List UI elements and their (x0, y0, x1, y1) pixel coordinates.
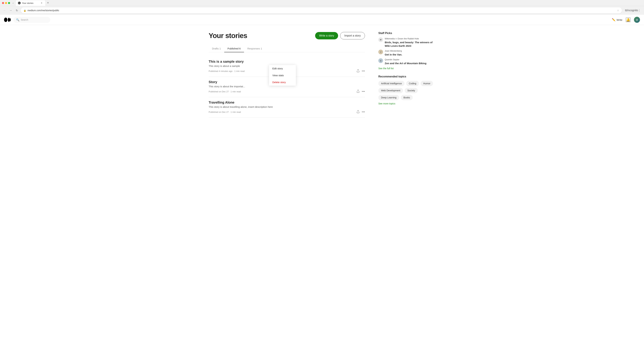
svg-rect-2 (18, 3, 19, 3)
medium-header: 🔍 Search ✏️ Write 🔔 U (0, 15, 644, 25)
svg-point-4 (4, 17, 8, 22)
tab-back-btn[interactable]: ‹ (11, 1, 16, 5)
staff-pick-publication-1[interactable]: Down the Rabbit Hole (398, 37, 419, 40)
staff-pick-meta-2: Joan Westenberg (385, 50, 402, 52)
story-meta-2: Published on Dec 27 · 1 min read ••• (209, 89, 365, 94)
topic-coding[interactable]: Coding (406, 81, 419, 86)
header-right: ✏️ Write 🔔 U (612, 17, 640, 23)
topic-web-development[interactable]: Web Development (378, 88, 403, 93)
incognito-btn[interactable]: Incognito (630, 8, 635, 13)
url-bar[interactable]: 🔒 ☆ (21, 7, 622, 13)
active-tab[interactable]: Your stories ✕ (16, 0, 46, 6)
browser-window: ‹ Your stories ✕ + ← → ↻ 🔒 ☆ ⧉ Incognito… (0, 0, 644, 15)
staff-pick-title-2[interactable]: Get in the Van. (385, 53, 402, 56)
story-subtitle-3: This story is about travelling alone, in… (209, 105, 365, 108)
staff-pick-title-1[interactable]: Birds, bugs, and beauty: The winners of … (385, 40, 435, 48)
topic-humor[interactable]: Humor (420, 81, 433, 86)
svg-point-3 (20, 3, 20, 3)
browser-toolbar: ← → ↻ 🔒 ☆ ⧉ Incognito ⋮ (0, 6, 644, 15)
story-meta-3: Published on Dec 27 · 1 min read ••• (209, 110, 365, 114)
tab-responses[interactable]: Responses 1 (244, 45, 266, 52)
staff-pick-author-3[interactable]: Quentin Septer (385, 58, 399, 61)
story-more-btn-3[interactable]: ••• (362, 110, 365, 114)
story-share-btn-3[interactable] (356, 110, 360, 114)
story-meta-actions-1: ••• (356, 69, 365, 73)
delete-story-menu-item[interactable]: Delete story (269, 79, 296, 86)
topic-books[interactable]: Books (401, 95, 413, 100)
window-maximize-btn[interactable] (8, 2, 10, 4)
topic-deep-learning[interactable]: Deep Learning (378, 95, 399, 100)
user-avatar[interactable]: U (634, 17, 640, 23)
story-meta-text-2: Published on Dec 27 · 1 min read (209, 90, 241, 93)
window-close-btn[interactable] (2, 2, 4, 4)
topic-artificial-intelligence[interactable]: Artificial Intelligence (378, 81, 404, 86)
story-item-3: Travelling Alone This story is about tra… (209, 97, 365, 118)
reload-btn[interactable]: ↻ (14, 8, 20, 13)
staff-pick-author-1[interactable]: Wikimedia (385, 37, 395, 40)
import-story-btn[interactable]: Import a story (340, 32, 365, 39)
write-link[interactable]: ✏️ Write (612, 18, 622, 22)
tab-bar: ‹ Your stories ✕ + (0, 0, 644, 6)
tab-title: Your stories (22, 2, 39, 4)
staff-pick-author-2[interactable]: Joan Westenberg (385, 50, 402, 52)
recommended-topics-section: Recommended topics Artificial Intelligen… (378, 75, 435, 105)
new-tab-btn[interactable]: + (46, 1, 50, 5)
story-more-btn-2[interactable]: ••• (362, 90, 365, 93)
story-share-btn-2[interactable] (356, 89, 360, 94)
view-stats-menu-item[interactable]: View stats (269, 72, 296, 79)
story-title-1[interactable]: This is a sample story (209, 60, 365, 63)
svg-point-6 (10, 18, 11, 21)
bookmark-icon[interactable]: ☆ (617, 9, 619, 12)
tab-close-btn[interactable]: ✕ (40, 1, 43, 4)
staff-pick-avatar-3: Q (378, 58, 383, 63)
more-btn[interactable]: ⋮ (636, 8, 642, 13)
story-share-btn-1[interactable] (356, 69, 360, 73)
staff-pick-avatar-1: W (378, 37, 383, 42)
url-input[interactable] (28, 9, 616, 12)
page-actions: Write a story Import a story (315, 32, 365, 39)
forward-btn[interactable]: → (8, 8, 14, 13)
content-area: Your stories Write a story Import a stor… (209, 32, 365, 118)
notification-btn[interactable]: 🔔 (626, 17, 630, 22)
staff-pick-avatar-2: J (378, 50, 383, 54)
write-label: Write (616, 18, 622, 21)
story-title-3[interactable]: Travelling Alone (209, 100, 365, 104)
story-meta-actions-2: ••• (356, 89, 365, 94)
medium-logo[interactable] (4, 17, 11, 22)
see-more-topics-link[interactable]: See more topics (378, 102, 435, 105)
page-title: Your stories (209, 32, 247, 40)
staff-picks-section: Staff Picks W Wikimedia in Down the Rabb… (378, 32, 435, 70)
staff-pick-content-3: Quentin Septer Zen and the Art of Mounta… (385, 58, 426, 65)
staff-pick-avatar-text-1: W (380, 39, 381, 41)
window-minimize-btn[interactable] (5, 2, 7, 4)
story-meta-text-1: Published 4 minutes ago · 1 min read (209, 70, 245, 72)
see-full-list-link[interactable]: See the full list (378, 67, 435, 70)
main-layout: Your stories Write a story Import a stor… (204, 25, 440, 124)
nav-buttons: ← → ↻ (2, 8, 20, 13)
staff-pick-meta-1: Wikimedia in Down the Rabbit Hole (385, 37, 435, 40)
tab-drafts[interactable]: Drafts 1 (209, 45, 224, 52)
tab-published[interactable]: Published 6 (224, 45, 244, 52)
staff-pick-in-1: in (396, 37, 398, 40)
back-btn[interactable]: ← (2, 8, 8, 13)
page-header: Your stories Write a story Import a stor… (209, 32, 365, 40)
search-icon: 🔍 (16, 18, 20, 21)
tab-favicon (18, 2, 21, 4)
staff-pick-avatar-text-2: J (380, 51, 381, 53)
search-bar[interactable]: 🔍 Search (14, 17, 50, 23)
write-story-btn[interactable]: Write a story (315, 32, 338, 39)
svg-rect-1 (18, 3, 19, 3)
secure-icon: 🔒 (24, 9, 26, 12)
svg-point-5 (8, 18, 10, 22)
story-tabs: Drafts 1 Published 6 Responses 1 (209, 45, 365, 52)
medium-app: 🔍 Search ✏️ Write 🔔 U Your stories Write… (0, 15, 644, 124)
context-menu: Edit story View stats Delete story (269, 65, 296, 86)
story-more-btn-1[interactable]: ••• (362, 69, 365, 73)
story-item-1: This is a sample story This story is abo… (209, 56, 365, 77)
staff-pick-1: W Wikimedia in Down the Rabbit Hole Bird… (378, 37, 435, 48)
edit-story-menu-item[interactable]: Edit story (269, 65, 296, 72)
topic-society[interactable]: Society (405, 88, 418, 93)
staff-pick-title-3[interactable]: Zen and the Art of Mountain Biking (385, 61, 426, 65)
staff-pick-avatar-text-3: Q (380, 60, 381, 62)
story-meta-text-3: Published on Dec 27 · 1 min read (209, 111, 241, 113)
